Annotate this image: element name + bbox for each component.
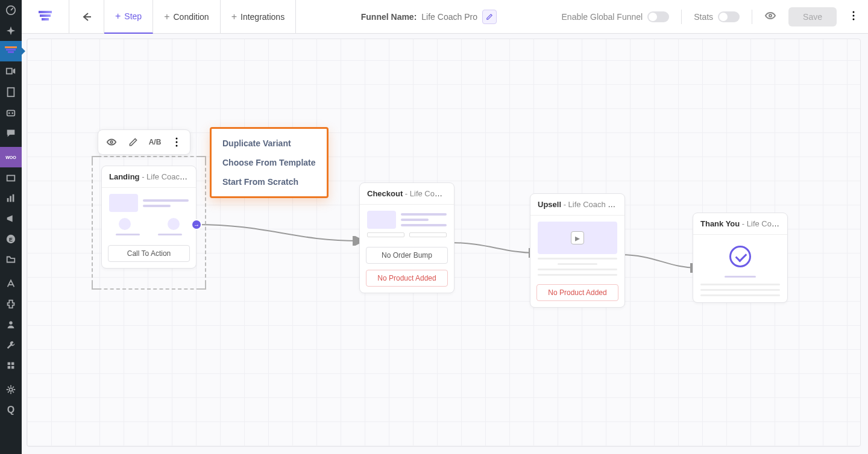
admin-item-products[interactable] [0,167,22,188]
node-toolbar: A/B [98,129,190,155]
svg-point-17 [9,388,12,391]
svg-text:E: E [9,237,13,243]
funnel-name-label: Funnel Name: [361,12,417,22]
tab-label: Condition [174,12,209,22]
toolbar-edit-button[interactable] [125,134,142,151]
canvas[interactable]: A/B Duplicate Variant Choose From Templa… [27,39,861,447]
admin-item-media[interactable] [0,61,22,82]
node-upsell[interactable]: Upsell - Life Coach Up... ▸ No Product A… [530,193,625,308]
admin-item-marketing[interactable] [0,208,22,229]
tab-step[interactable]: +Step [104,0,153,34]
svg-point-25 [176,145,178,147]
dropdown-item-template[interactable]: Choose From Template [212,153,327,172]
svg-point-5 [11,113,13,114]
toolbar-more-button[interactable] [168,134,185,151]
save-button[interactable]: Save [788,7,837,26]
admin-item-settings[interactable] [0,355,22,376]
toolbar-preview-button[interactable] [103,134,120,151]
preview-button[interactable] [764,10,776,24]
admin-item-pages[interactable] [0,82,22,102]
app-logo [22,0,69,34]
bump-button[interactable]: No Order Bump [366,247,448,264]
check-icon [729,246,751,267]
admin-item-dashboard[interactable] [0,0,22,20]
funnel-name-group: Funnel Name: Life Coach Pro [361,10,497,24]
tab-condition[interactable]: +Condition [153,0,221,34]
tab-label: Step [124,11,142,21]
dropdown-item-scratch[interactable]: Start From Scratch [212,172,327,191]
svg-point-23 [176,138,178,140]
svg-rect-16 [11,366,14,369]
admin-item-plugins[interactable] [0,294,22,314]
admin-item-users[interactable] [0,314,22,335]
svg-point-20 [853,14,855,16]
admin-item-appearance[interactable] [0,273,22,294]
node-landing[interactable]: Landing - Life Coach Lan... Call To Acti… [101,166,197,269]
stats-toggle[interactable]: Stats [694,11,740,22]
admin-item-templates[interactable] [0,249,22,270]
node-checkout[interactable]: Checkout - Life Coach Ch... No Order Bum… [359,182,454,293]
ab-dropdown: Duplicate Variant Choose From Template S… [210,127,329,198]
admin-item-pin[interactable] [0,20,22,41]
admin-item-funnel[interactable] [0,41,22,61]
admin-item-comments[interactable] [0,123,22,143]
admin-item-gear[interactable] [0,379,22,400]
svg-rect-1 [7,69,12,74]
play-icon: ▸ [571,231,584,244]
svg-rect-7 [7,198,9,202]
svg-point-12 [9,322,12,325]
node-thankyou[interactable]: Thank You - Life Coach Tha... [693,213,788,303]
admin-item-elementor[interactable]: E [0,229,22,249]
warn-button[interactable]: No Product Added [366,270,448,287]
svg-point-4 [8,113,10,114]
svg-rect-8 [10,196,11,202]
admin-item-woo[interactable]: WOO [0,147,22,167]
svg-point-18 [769,14,772,17]
warn-button[interactable]: No Product Added [536,284,618,301]
toolbar-ab-button[interactable]: A/B [146,134,163,151]
cta-button[interactable]: Call To Action [108,245,190,262]
svg-rect-9 [13,194,14,202]
svg-rect-15 [8,366,11,369]
svg-point-21 [853,18,855,20]
back-button[interactable] [69,0,104,34]
svg-rect-13 [8,362,11,365]
port-landing-out[interactable]: → [191,219,202,230]
svg-rect-3 [7,110,15,116]
enable-global-toggle[interactable]: Enable Global Funnel [562,11,670,22]
funnel-name-value: Life Coach Pro [421,12,477,22]
admin-item-q[interactable]: Q [0,400,22,420]
topbar: +Step +Condition +Integrations Funnel Na… [22,0,868,34]
dropdown-item-duplicate[interactable]: Duplicate Variant [212,134,327,153]
svg-rect-14 [11,362,14,365]
admin-item-analytics[interactable] [0,188,22,208]
svg-rect-6 [7,175,15,181]
edit-name-button[interactable] [482,10,497,24]
admin-item-bot[interactable] [0,102,22,123]
wp-admin-sidebar: WOO E Q [0,0,22,454]
svg-point-19 [853,11,855,13]
more-menu-button[interactable] [849,11,858,23]
tab-label: Integrations [241,12,285,22]
admin-item-tools[interactable] [0,335,22,355]
svg-rect-2 [8,88,14,96]
tab-integrations[interactable]: +Integrations [221,0,297,34]
svg-point-24 [176,141,178,143]
svg-point-22 [110,141,113,143]
